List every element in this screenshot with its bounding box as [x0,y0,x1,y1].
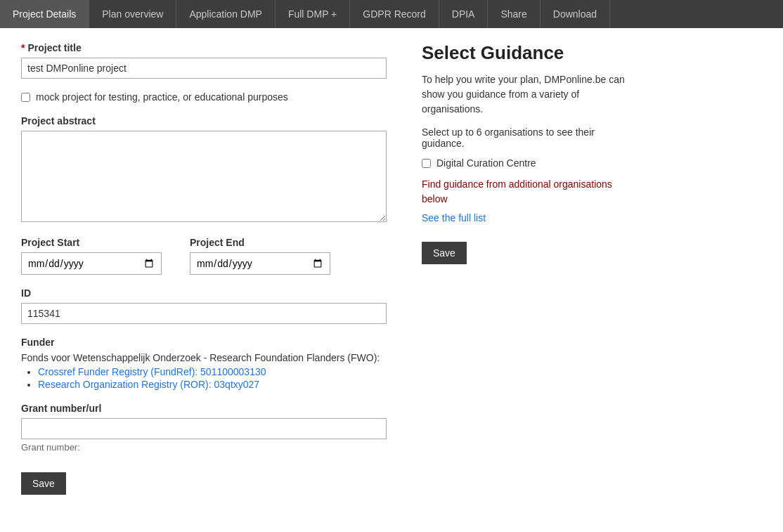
tab-plan-overview[interactable]: Plan overview [89,0,176,28]
project-end-label: Project End [190,237,330,248]
project-title-group: *Project title [21,42,387,79]
project-start-field: Project Start [21,237,162,275]
tab-dpia[interactable]: DPIA [439,0,488,28]
mock-checkbox[interactable] [21,93,30,102]
grant-hint: Grant number: [21,442,387,453]
project-end-input[interactable] [190,252,330,275]
project-abstract-input[interactable] [21,131,387,222]
tab-share[interactable]: Share [488,0,540,28]
right-column: Select Guidance To help you write your p… [415,42,640,495]
grant-input[interactable] [21,418,387,439]
guidance-title: Select Guidance [422,42,640,64]
nav-bar: Project Details Plan overview Applicatio… [0,0,783,28]
guidance-desc: To help you write your plan, DMPonline.b… [422,72,640,117]
funder-group: Funder Fonds voor Wetenschappelijk Onder… [21,337,387,390]
crossref-link[interactable]: Crossref Funder Registry (FundRef): 5011… [38,366,266,377]
org-checkbox-row: Digital Curation Centre [422,157,640,169]
project-title-label: *Project title [21,42,387,53]
org-checkbox[interactable] [422,159,431,168]
required-star: * [21,42,25,53]
org-label: Digital Curation Centre [436,157,536,169]
grant-label: Grant number/url [21,403,387,414]
grant-group: Grant number/url Grant number: [21,403,387,453]
see-list-link[interactable]: See the full list [422,212,640,223]
project-end-field: Project End [190,237,330,275]
project-title-input[interactable] [21,58,387,79]
tab-application-dmp[interactable]: Application DMP [176,0,276,28]
funder-label: Funder [21,337,387,348]
find-more-text: Find guidance from additional organisati… [422,177,640,207]
project-abstract-label: Project abstract [21,115,387,126]
mock-checkbox-label: mock project for testing, practice, or e… [36,91,288,103]
left-column: *Project title mock project for testing,… [21,42,387,495]
mock-checkbox-row: mock project for testing, practice, or e… [21,91,387,103]
funder-name: Fonds voor Wetenschappelijk Onderzoek - … [21,352,387,363]
date-row: Project Start Project End [21,237,387,275]
funder-links: Crossref Funder Registry (FundRef): 5011… [38,366,387,390]
tab-gdpr-record[interactable]: GDPR Record [350,0,439,28]
tab-full-dmp[interactable]: Full DMP + [276,0,350,28]
tab-download[interactable]: Download [541,0,610,28]
list-item: Research Organization Registry (ROR): 03… [38,379,387,390]
tab-project-details[interactable]: Project Details [0,0,89,28]
id-label: ID [21,287,387,299]
project-abstract-group: Project abstract [21,115,387,224]
guidance-select-hint: Select up to 6 organisations to see thei… [422,126,640,149]
save-button[interactable]: Save [21,472,66,495]
list-item: Crossref Funder Registry (FundRef): 5011… [38,366,387,377]
guidance-save-button[interactable]: Save [422,242,467,264]
id-input[interactable] [21,303,387,324]
project-start-label: Project Start [21,237,162,248]
ror-link[interactable]: Research Organization Registry (ROR): 03… [38,379,259,390]
id-group: ID [21,287,387,324]
project-start-input[interactable] [21,252,162,275]
